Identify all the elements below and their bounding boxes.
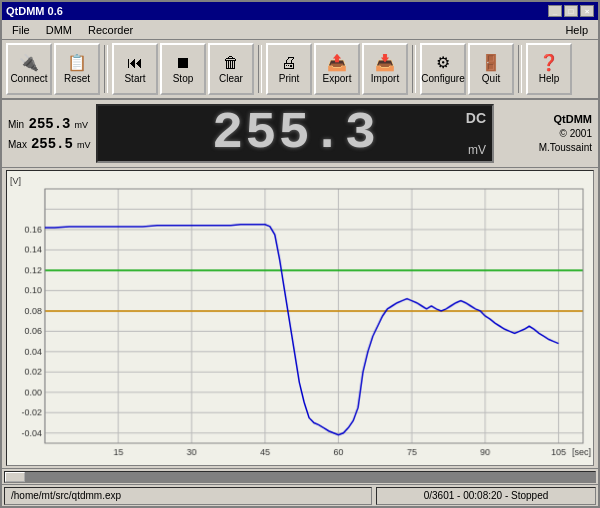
- stop-button[interactable]: ⏹ Stop: [160, 43, 206, 95]
- main-display: 255.3 DC mV: [96, 104, 494, 163]
- window-title: QtDMM 0.6: [6, 5, 63, 17]
- toolbar-separator-1: [104, 45, 108, 93]
- reset-button[interactable]: 📋 Reset: [54, 43, 100, 95]
- import-button[interactable]: 📥 Import: [362, 43, 408, 95]
- connect-label: Connect: [10, 73, 47, 84]
- stop-label: Stop: [173, 73, 194, 84]
- close-button[interactable]: ×: [580, 5, 594, 17]
- max-unit: mV: [77, 140, 91, 150]
- max-value: 255.5: [31, 136, 73, 152]
- brand-info: QtDMM © 2001 M.Toussaint: [502, 104, 592, 163]
- brand-author: M.Toussaint: [539, 141, 592, 155]
- reset-label: Reset: [64, 73, 90, 84]
- export-button[interactable]: 📤 Export: [314, 43, 360, 95]
- brand-name: QtDMM: [554, 112, 593, 127]
- brand-year: © 2001: [560, 127, 592, 141]
- title-bar: QtDMM 0.6 _ □ ×: [2, 2, 598, 20]
- print-label: Print: [279, 73, 300, 84]
- min-unit: mV: [75, 120, 89, 130]
- status-filepath: /home/mt/src/qtdmm.exp: [4, 487, 372, 505]
- toolbar-separator-3: [412, 45, 416, 93]
- start-button[interactable]: ⏮ Start: [112, 43, 158, 95]
- dc-badge: DC: [466, 110, 486, 126]
- max-row: Max 255.5 mV: [8, 136, 88, 152]
- help-label: Help: [539, 73, 560, 84]
- title-bar-buttons: _ □ ×: [548, 5, 594, 17]
- connect-button[interactable]: 🔌 Connect: [6, 43, 52, 95]
- clear-icon: 🗑: [223, 55, 239, 71]
- quit-label: Quit: [482, 73, 500, 84]
- scrollbar-thumb[interactable]: [5, 472, 25, 482]
- scrollbar-track[interactable]: [4, 471, 596, 483]
- quit-icon: 🚪: [481, 55, 501, 71]
- min-max-display: Min 255.3 mV Max 255.5 mV: [8, 104, 88, 163]
- connect-icon: 🔌: [19, 55, 39, 71]
- export-label: Export: [323, 73, 352, 84]
- print-icon: 🖨: [281, 55, 297, 71]
- menu-bar: File DMM Recorder Help: [2, 20, 598, 40]
- import-label: Import: [371, 73, 399, 84]
- unit-badge: mV: [468, 143, 486, 157]
- main-window: QtDMM 0.6 _ □ × File DMM Recorder Help 🔌…: [0, 0, 600, 508]
- min-row: Min 255.3 mV: [8, 116, 88, 132]
- help-button[interactable]: ❓ Help: [526, 43, 572, 95]
- export-icon: 📤: [327, 55, 347, 71]
- min-value: 255.3: [28, 116, 70, 132]
- status-session: 0/3601 - 00:08:20 - Stopped: [376, 487, 596, 505]
- help-icon: ❓: [539, 55, 559, 71]
- import-icon: 📥: [375, 55, 395, 71]
- menu-dmm[interactable]: DMM: [42, 23, 76, 37]
- clear-label: Clear: [219, 73, 243, 84]
- toolbar-separator-4: [518, 45, 522, 93]
- main-measurement-value: 255.3: [212, 104, 378, 163]
- maximize-button[interactable]: □: [564, 5, 578, 17]
- toolbar-separator-2: [258, 45, 262, 93]
- menu-recorder[interactable]: Recorder: [84, 23, 137, 37]
- start-label: Start: [124, 73, 145, 84]
- display-area: Min 255.3 mV Max 255.5 mV 255.3 DC mV Qt…: [2, 100, 598, 168]
- start-icon: ⏮: [127, 55, 143, 71]
- minimize-button[interactable]: _: [548, 5, 562, 17]
- menu-file[interactable]: File: [8, 23, 34, 37]
- chart-canvas: [7, 171, 593, 465]
- toolbar: 🔌 Connect 📋 Reset ⏮ Start ⏹ Stop 🗑 Clear…: [2, 40, 598, 100]
- menu-help[interactable]: Help: [561, 23, 592, 37]
- chart-area: [V]: [6, 170, 594, 466]
- configure-label: Configure: [421, 73, 464, 84]
- quit-button[interactable]: 🚪 Quit: [468, 43, 514, 95]
- configure-icon: ⚙: [436, 55, 450, 71]
- clear-button[interactable]: 🗑 Clear: [208, 43, 254, 95]
- print-button[interactable]: 🖨 Print: [266, 43, 312, 95]
- configure-button[interactable]: ⚙ Configure: [420, 43, 466, 95]
- scrollbar-area[interactable]: [2, 468, 598, 484]
- min-label: Min: [8, 119, 24, 130]
- stop-icon: ⏹: [175, 55, 191, 71]
- reset-icon: 📋: [67, 55, 87, 71]
- max-label: Max: [8, 139, 27, 150]
- status-bar: /home/mt/src/qtdmm.exp 0/3601 - 00:08:20…: [2, 484, 598, 506]
